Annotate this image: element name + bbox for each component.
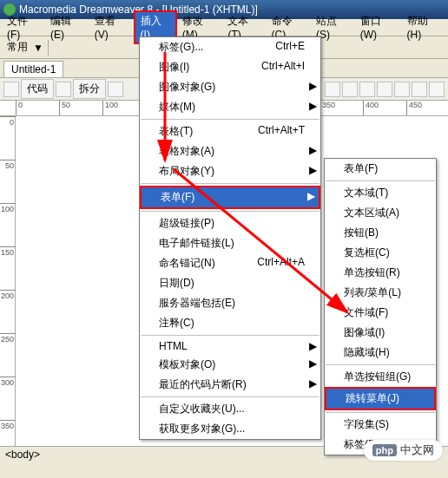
menu-item-label: 文本域(T) [344,186,388,200]
form-item-8[interactable]: 文件域(F) [325,303,436,323]
insert-item-9[interactable]: 表单(F)▶ [140,186,320,209]
menu-separator [141,183,320,184]
submenu-arrow-icon: ▶ [309,357,317,370]
menu-item-label: 日期(D) [159,276,194,291]
menu-item-shortcut: Ctrl+E [275,40,305,55]
menu-item-label: 表格对象(A) [159,144,214,159]
menu-item-label: 最近的代码片断(R) [159,377,247,392]
form-item-5[interactable]: 复选框(C) [325,243,436,263]
menu-item-label: 表单(F) [344,161,378,176]
insert-item-23[interactable]: 获取更多对象(G)... [140,419,320,439]
menu-item-label: 跳转菜单(J) [346,391,399,406]
insert-item-20[interactable]: 最近的代码片断(R)▶ [140,375,320,395]
form-item-10[interactable]: 隐藏域(H) [325,343,436,363]
tool-icon[interactable] [359,82,375,97]
menu-separator [141,396,320,397]
menu-item-shortcut: Ctrl+Alt+T [258,124,305,139]
tool-icon[interactable] [342,82,358,97]
submenu-arrow-icon: ▶ [309,144,317,156]
insert-item-6[interactable]: 表格对象(A)▶ [140,141,320,161]
vruler-tick: 200 [0,290,16,300]
vruler-tick: 350 [0,420,16,430]
watermark-php: php [372,444,397,456]
form-submenu-dropdown: 表单(F)文本域(T)文本区域(A)按钮(B)复选框(C)单选按钮(R)列表/菜… [324,158,437,455]
insert-item-0[interactable]: 标签(G)...Ctrl+E [140,37,320,57]
split-icon[interactable] [56,82,71,97]
menu-item-label: HTML [159,340,188,352]
submenu-arrow-icon: ▶ [309,164,317,176]
toolbar-label[interactable]: 常用 [3,38,31,56]
menu-separator [141,119,320,120]
menu-item-label: 服务器端包括(E) [159,296,235,311]
ruler-tick: 50 [59,101,70,116]
menu-item-label: 单选按钮组(G) [344,370,411,384]
menu-item-label: 单选按钮(R) [344,265,400,280]
watermark-cn: 中文网 [400,442,434,458]
menu-item-shortcut: Ctrl+Alt+I [261,60,305,75]
form-item-6[interactable]: 单选按钮(R) [325,263,436,283]
form-item-12[interactable]: 单选按钮组(G) [325,367,436,387]
form-item-15[interactable]: 字段集(S) [325,415,436,435]
ruler-tick: 450 [406,101,422,116]
vruler-tick: 300 [0,377,16,387]
form-item-13[interactable]: 跳转菜单(J) [325,387,436,410]
ruler-tick: 100 [102,101,118,116]
insert-item-16[interactable]: 注释(C) [140,313,320,333]
menu-item-label: 电子邮件链接(L) [159,236,234,251]
tool-icon[interactable] [377,82,392,97]
form-item-7[interactable]: 列表/菜单(L) [325,283,436,303]
insert-item-13[interactable]: 命名锚记(N)Ctrl+Alt+A [140,253,320,273]
form-item-0[interactable]: 表单(F) [325,159,436,179]
insert-item-11[interactable]: 超级链接(P) [140,213,320,233]
ruler-tick: 400 [363,101,379,116]
insert-item-12[interactable]: 电子邮件链接(L) [140,233,320,253]
insert-item-2[interactable]: 图像对象(G)▶ [140,77,320,97]
split-view-button[interactable]: 拆分 [73,79,106,99]
menu-item-label: 复选框(C) [344,246,390,260]
menu-item-label: 列表/菜单(L) [344,285,401,300]
menu-item-label: 文本区域(A) [344,206,399,220]
menu-8[interactable]: 窗口(W) [355,12,402,43]
insert-item-3[interactable]: 媒体(M)▶ [140,97,320,117]
tag-selector[interactable]: <body> [5,449,40,461]
design-icon[interactable] [108,82,123,97]
watermark: php 中文网 [364,440,443,461]
insert-item-14[interactable]: 日期(D) [140,273,320,293]
menu-item-label: 隐藏域(H) [344,345,390,360]
menubar: 文件(F)编辑(E)查看(V)插入(I)修改(M)文本(T)命令(C)站点(S)… [0,19,448,36]
code-icon[interactable] [3,82,19,97]
form-item-9[interactable]: 图像域(I) [325,323,436,343]
insert-item-15[interactable]: 服务器端包括(E) [140,293,320,313]
menu-item-label: 命名锚记(N) [159,256,215,271]
tab-untitled[interactable]: Untitled-1 [3,61,63,77]
menu-9[interactable]: 帮助(H) [402,12,446,43]
code-view-button[interactable]: 代码 [21,79,54,99]
insert-item-18[interactable]: HTML▶ [140,337,320,355]
form-item-3[interactable]: 文本区域(A) [325,203,436,223]
tool-icon[interactable] [412,82,427,97]
menu-item-label: 布局对象(Y) [159,164,214,179]
menu-item-label: 图像域(I) [344,325,385,340]
menu-item-label: 图像对象(G) [159,80,215,95]
insert-item-5[interactable]: 表格(T)Ctrl+Alt+T [140,121,320,141]
tool-icon[interactable] [394,82,410,97]
insert-item-22[interactable]: 自定义收藏夹(U)... [140,399,320,419]
menu-item-shortcut: Ctrl+Alt+A [257,256,305,271]
menu-separator [141,211,320,212]
insert-item-7[interactable]: 布局对象(Y)▶ [140,161,320,181]
separator [48,40,49,56]
menu-1[interactable]: 编辑(E) [45,12,89,43]
dropdown-arrow-icon[interactable]: ▼ [33,42,43,54]
tool-icon[interactable] [325,82,340,97]
insert-menu-dropdown: 标签(G)...Ctrl+E图像(I)Ctrl+Alt+I图像对象(G)▶媒体(… [139,36,321,440]
form-item-4[interactable]: 按钮(B) [325,223,436,243]
ruler-tick: 350 [320,101,335,116]
insert-item-1[interactable]: 图像(I)Ctrl+Alt+I [140,57,320,77]
form-item-2[interactable]: 文本域(T) [325,183,436,203]
submenu-arrow-icon: ▶ [309,80,317,92]
insert-item-19[interactable]: 模板对象(O)▶ [140,355,320,375]
vruler-tick: 0 [0,116,16,127]
tool-icon[interactable] [429,82,445,97]
menu-2[interactable]: 查看(V) [89,12,134,43]
menu-separator [326,180,435,181]
